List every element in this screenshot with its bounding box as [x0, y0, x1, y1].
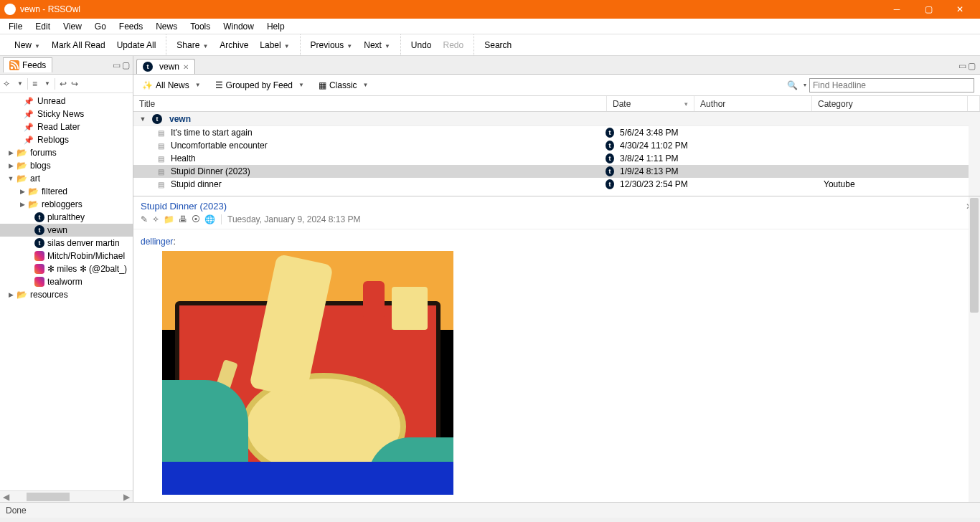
- layout-classic-dropdown[interactable]: ▦Classic▼: [316, 79, 372, 92]
- tree-feed-pluralthey[interactable]: tpluralthey: [0, 211, 133, 224]
- chevron-down-icon[interactable]: ▼: [284, 43, 290, 49]
- tree-feed-miles[interactable]: ✻ miles ✻ (@2balt_): [0, 262, 133, 275]
- tree-item-reblogs[interactable]: 📌Reblogs: [0, 133, 133, 146]
- archive-button[interactable]: Archive: [215, 38, 253, 52]
- menu-feeds[interactable]: Feeds: [113, 20, 149, 33]
- update-all-button[interactable]: Update All: [113, 38, 161, 52]
- browser-icon[interactable]: 🌐: [204, 214, 215, 224]
- chevron-down-icon[interactable]: ▼: [385, 43, 390, 49]
- label-button[interactable]: Label▼: [255, 38, 293, 52]
- article-row[interactable]: ▤Uncomfortable encountert4/30/24 11:02 P…: [133, 139, 980, 152]
- folder-icon[interactable]: 📁: [164, 214, 174, 224]
- minimize-pane-icon[interactable]: ▭: [958, 61, 966, 71]
- star-icon[interactable]: ✧: [152, 214, 159, 224]
- undo-button[interactable]: Undo: [407, 38, 436, 52]
- menu-window[interactable]: Window: [217, 20, 260, 33]
- minimize-button[interactable]: ─: [881, 0, 913, 19]
- search-button[interactable]: Search: [480, 38, 516, 52]
- article-row[interactable]: ▤It's time to start againt5/6/24 3:48 PM: [133, 126, 980, 139]
- wand-icon[interactable]: ✧: [3, 79, 10, 89]
- preview-pane: Stupid Dinner (2023) ✕ ✎ ✧ 📁 🖶 ⦿ 🌐 Tuesd…: [133, 196, 980, 502]
- chevron-right-icon[interactable]: ▶: [6, 149, 16, 156]
- col-title[interactable]: Title: [133, 96, 607, 111]
- col-category[interactable]: Category: [812, 96, 968, 111]
- doc-icon: ▤: [155, 168, 166, 176]
- maximize-button[interactable]: ▢: [913, 0, 944, 19]
- tree-item-sticky[interactable]: 📌Sticky News: [0, 108, 133, 120]
- menubar: File Edit View Go Feeds News Tools Windo…: [0, 19, 980, 34]
- tree-feed-silas[interactable]: tsilas denver martin: [0, 237, 133, 250]
- article-list: ▼ t vewn ▤It's time to start againt5/6/2…: [133, 112, 980, 196]
- doc-icon: ▤: [155, 142, 166, 150]
- group-label: vewn: [169, 114, 191, 124]
- mark-all-read-button[interactable]: Mark All Read: [47, 38, 110, 52]
- instagram-icon: [34, 264, 44, 274]
- previous-button[interactable]: Previous▼: [306, 38, 357, 52]
- pin-icon: 📌: [23, 95, 34, 107]
- tree-folder-rebloggers[interactable]: ▶📂rebloggers: [0, 198, 133, 211]
- preview-toolbar: ✎ ✧ 📁 🖶 ⦿ 🌐 Tuesday, January 9, 2024 8:1…: [133, 213, 980, 229]
- all-news-dropdown[interactable]: ✨All News▼: [139, 79, 204, 92]
- instagram-icon: [34, 277, 44, 287]
- new-button[interactable]: New▼: [10, 38, 44, 52]
- maximize-pane-icon[interactable]: ▢: [968, 61, 976, 71]
- tab-vewn[interactable]: t vewn ✕: [136, 59, 195, 74]
- menu-tools[interactable]: Tools: [184, 20, 216, 33]
- list-vscrollbar[interactable]: [969, 112, 980, 196]
- preview-source-link[interactable]: dellinger: [141, 237, 173, 247]
- grouped-by-feed-dropdown[interactable]: ☰Grouped by Feed▼: [212, 79, 307, 92]
- col-date[interactable]: Date ▾: [607, 96, 694, 111]
- menu-help[interactable]: Help: [261, 20, 291, 33]
- tree-item-unread[interactable]: 📌Unread: [0, 95, 133, 108]
- tree-feed-tealworm[interactable]: tealworm: [0, 275, 133, 288]
- close-button[interactable]: ✕: [944, 0, 976, 19]
- article-row[interactable]: ▤Healtht3/8/24 1:11 PM: [133, 152, 980, 165]
- menu-news[interactable]: News: [150, 20, 183, 33]
- chevron-right-icon[interactable]: ▶: [6, 162, 16, 169]
- chevron-right-icon[interactable]: ▶: [17, 188, 27, 195]
- preview-title[interactable]: Stupid Dinner (2023): [141, 201, 227, 212]
- tree-feed-mitch[interactable]: Mitch/Robin/Michael: [0, 250, 133, 262]
- tree-folder-forums[interactable]: ▶📂forums: [0, 146, 133, 159]
- maximize-pane-icon[interactable]: ▢: [122, 60, 130, 70]
- rss-icon[interactable]: ⦿: [192, 214, 200, 224]
- find-headline-input[interactable]: [809, 78, 974, 92]
- print-icon[interactable]: 🖶: [179, 214, 187, 224]
- tree-folder-art[interactable]: ▼📂art: [0, 172, 133, 185]
- chevron-down-icon[interactable]: ▼: [34, 43, 40, 49]
- group-row[interactable]: ▼ t vewn: [133, 112, 980, 126]
- next-feed-icon[interactable]: ↪: [71, 79, 78, 89]
- chevron-down-icon[interactable]: ▾: [804, 82, 806, 88]
- search-icon[interactable]: 🔍: [787, 80, 798, 90]
- tree-folder-blogs[interactable]: ▶📂blogs: [0, 159, 133, 172]
- tree-folder-filtered[interactable]: ▶📂filtered: [0, 185, 133, 198]
- edit-icon[interactable]: ✎: [141, 214, 148, 224]
- tree-item-readlater[interactable]: 📌Read Later: [0, 120, 133, 133]
- chevron-right-icon[interactable]: ▶: [17, 201, 27, 208]
- chevron-right-icon[interactable]: ▶: [6, 291, 16, 298]
- article-row[interactable]: ▤Stupid Dinner (2023)t1/9/24 8:13 PM: [133, 165, 980, 178]
- tree-folder-resources[interactable]: ▶📂resources: [0, 288, 133, 301]
- col-author[interactable]: Author: [694, 96, 812, 111]
- feeds-tab[interactable]: Feeds: [3, 57, 52, 72]
- article-row[interactable]: ▤Stupid dinnert12/30/23 2:54 PMYoutube: [133, 178, 980, 191]
- chevron-down-icon[interactable]: ▼: [202, 43, 208, 49]
- menu-file[interactable]: File: [3, 20, 28, 33]
- close-tab-icon[interactable]: ✕: [183, 63, 189, 71]
- preview-vscrollbar[interactable]: [969, 196, 980, 502]
- folder-icon: 📂: [16, 289, 27, 300]
- next-button[interactable]: Next▼: [359, 38, 395, 52]
- minimize-pane-icon[interactable]: ▭: [113, 60, 121, 70]
- menu-edit[interactable]: Edit: [29, 20, 56, 33]
- chevron-down-icon[interactable]: ▼: [347, 43, 352, 49]
- chevron-down-icon[interactable]: ▼: [6, 175, 16, 182]
- share-button[interactable]: Share▼: [172, 38, 212, 52]
- menu-view[interactable]: View: [57, 20, 88, 33]
- prev-feed-icon[interactable]: ↩: [60, 79, 67, 89]
- collapse-icon[interactable]: ≡: [32, 79, 37, 89]
- sort-desc-icon: ▾: [684, 100, 688, 108]
- chevron-down-icon[interactable]: ▼: [138, 115, 148, 123]
- sidebar-hscrollbar[interactable]: ◀▶: [0, 490, 133, 502]
- tree-feed-vewn[interactable]: tvewn: [0, 224, 133, 237]
- menu-go[interactable]: Go: [89, 20, 112, 33]
